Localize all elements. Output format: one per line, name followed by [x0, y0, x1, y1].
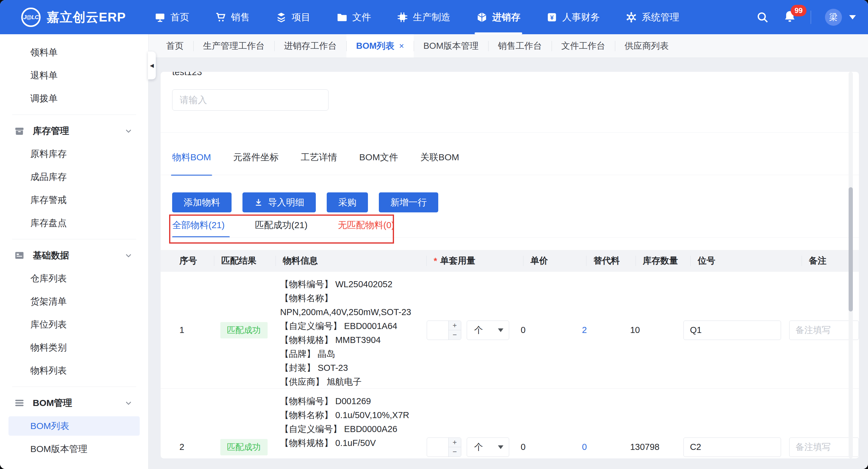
list-bars-icon: [14, 398, 25, 408]
sidebar-group-label: 基础数据: [33, 249, 69, 262]
sidebar-item-material-return[interactable]: 退料单: [0, 64, 148, 87]
import-detail-button[interactable]: 导入明细: [243, 192, 316, 212]
tab-material-bom-active[interactable]: 物料BOM: [172, 151, 211, 176]
nav-item-files[interactable]: 文件: [336, 0, 371, 34]
substitute-count-link[interactable]: 2: [582, 325, 587, 335]
top-nav: J@LC 嘉立创云ERP 首页 销售 项目 文件 生产制造: [0, 0, 868, 34]
user-menu[interactable]: 梁: [825, 9, 856, 26]
cell-seq: 1: [172, 325, 213, 335]
detail-tabs: 物料BOM 元器件坐标 工艺详情 BOM文件 关联BOM: [172, 151, 459, 176]
stepper-decrease-button[interactable]: −: [448, 447, 461, 457]
info-line: NPN,200mA,40V,250mW,SOT-23: [280, 305, 411, 319]
sidebar-group-base-data[interactable]: 基础数据: [0, 244, 148, 267]
stepper-decrease-button[interactable]: −: [448, 330, 461, 340]
table-header: 序号 匹配结果 物料信息 *单套用量 单价 替代料 库存数量 位号 备注: [161, 250, 859, 272]
sidebar-item-bom-version[interactable]: BOM版本管理: [0, 437, 148, 461]
cell-remark: [784, 437, 859, 457]
cell-match: 匹配成功: [213, 439, 273, 456]
filter-matched[interactable]: 匹配成功(21): [255, 219, 307, 231]
nav-item-hr-finance[interactable]: ¥ 人事财务: [547, 0, 600, 34]
info-line: 【物料编号】 WL250402052: [280, 277, 411, 291]
chevron-down-icon: [498, 445, 503, 449]
sidebar: 领料单 退料单 调拨单 库存管理 原料库存 成品库存 库存警戒 库存盘点 基础数…: [0, 34, 149, 469]
sidebar-item-inventory-alert[interactable]: 库存警戒: [0, 188, 148, 212]
sidebar-item-raw-inventory[interactable]: 原料库存: [0, 143, 148, 165]
page-tab-supplier-list[interactable]: 供应商列表: [615, 34, 678, 58]
nav-item-projects[interactable]: 项目: [276, 0, 310, 34]
stepper-increase-button[interactable]: +: [448, 438, 461, 447]
designator-input[interactable]: [683, 437, 781, 457]
sidebar-item-stocktaking[interactable]: 库存盘点: [0, 212, 148, 234]
stepper-value[interactable]: [427, 438, 448, 457]
sidebar-group-inventory[interactable]: 库存管理: [0, 119, 148, 143]
filter-all-materials-active[interactable]: 全部物料(21): [172, 219, 224, 231]
nav-item-system[interactable]: 系统管理: [626, 0, 679, 34]
sidebar-item-bom-list-active[interactable]: BOM列表: [0, 414, 148, 437]
nav-item-inventory-active[interactable]: 进销存: [476, 0, 520, 34]
sidebar-item-material-requisition[interactable]: 领料单: [0, 41, 148, 64]
brand-logo[interactable]: J@LC 嘉立创云ERP: [21, 7, 126, 27]
vertical-scrollbar-thumb[interactable]: [848, 187, 853, 311]
stepper-increase-button[interactable]: +: [448, 321, 461, 331]
folder-icon: [336, 12, 347, 23]
tab-component-coordinates[interactable]: 元器件坐标: [233, 151, 279, 176]
cell-qty-per-set: + − 个: [420, 437, 514, 457]
quantity-stepper[interactable]: + −: [427, 320, 461, 340]
sidebar-item-material-category[interactable]: 物料类别: [0, 336, 148, 359]
text-input[interactable]: [172, 89, 329, 111]
table-row: 1 匹配成功 【物料编号】 WL250402052 【物料名称】 NPN,200…: [161, 272, 859, 389]
purchase-button[interactable]: 采购: [327, 192, 368, 212]
info-line: 【物料名称】: [280, 291, 411, 305]
sidebar-item-warehouse-list[interactable]: 仓库列表: [0, 267, 148, 290]
layers-icon: [276, 12, 287, 23]
bom-material-table: 序号 匹配结果 物料信息 *单套用量 单价 替代料 库存数量 位号 备注 1 匹…: [161, 250, 859, 459]
sidebar-item-finished-inventory[interactable]: 成品库存: [0, 165, 148, 188]
status-badge: 匹配成功: [220, 439, 268, 456]
nav-item-manufacturing[interactable]: 生产制造: [397, 0, 451, 34]
id-card-icon: [14, 250, 25, 261]
page-tab-files-workbench[interactable]: 文件工作台: [552, 34, 615, 58]
chevron-down-icon: [125, 127, 132, 135]
tab-process-detail[interactable]: 工艺详情: [301, 151, 337, 176]
page-tab-bom-version[interactable]: BOM版本管理: [414, 34, 488, 58]
quantity-stepper[interactable]: + −: [427, 437, 461, 457]
close-icon[interactable]: ×: [399, 42, 404, 50]
stepper-value[interactable]: [427, 321, 448, 340]
search-icon[interactable]: [756, 11, 769, 24]
avatar: 梁: [825, 9, 842, 26]
page-tab-production-workbench[interactable]: 生产管理工作台: [193, 34, 274, 58]
page-tab-sales-workbench[interactable]: 销售工作台: [488, 34, 552, 58]
yen-badge-icon: ¥: [547, 12, 557, 23]
nav-item-label: 文件: [352, 11, 371, 24]
vertical-scrollbar-track[interactable]: [848, 72, 853, 459]
page-tab-home[interactable]: 首页: [156, 34, 193, 58]
page-tab-inventory-workbench[interactable]: 进销存工作台: [274, 34, 346, 58]
substitute-count-link[interactable]: 0: [582, 442, 587, 452]
page-tab-bom-list-active[interactable]: BOM列表 ×: [346, 34, 414, 58]
sidebar-item-transfer-order[interactable]: 调拨单: [0, 87, 148, 110]
sidebar-item-material-list[interactable]: 物料列表: [0, 359, 148, 382]
nav-item-label: 销售: [231, 11, 250, 24]
filter-unmatched[interactable]: 无匹配物料(0): [338, 219, 395, 231]
info-line: 【自定义编号】 EBD0000A26: [280, 422, 409, 436]
nav-item-sales[interactable]: 销售: [215, 0, 250, 34]
designator-input[interactable]: [683, 320, 781, 340]
nav-item-home[interactable]: 首页: [155, 0, 189, 34]
notifications-button[interactable]: 99: [783, 10, 797, 25]
nav-item-label: 人事财务: [562, 11, 600, 24]
cell-seq: 2: [172, 442, 213, 452]
unit-select[interactable]: 个: [467, 437, 509, 457]
cell-qty-per-set: + − 个: [420, 320, 514, 340]
nav-menu: 首页 销售 项目 文件 生产制造 进销存 ¥: [155, 0, 679, 34]
unit-select[interactable]: 个: [467, 320, 509, 340]
tab-related-bom[interactable]: 关联BOM: [421, 151, 459, 176]
sidebar-collapse-button[interactable]: ◀: [148, 52, 156, 80]
sidebar-item-location-list[interactable]: 库位列表: [0, 313, 148, 336]
new-row-button[interactable]: 新增一行: [379, 192, 438, 212]
sidebar-item-shelf-list[interactable]: 货架清单: [0, 290, 148, 313]
tab-bom-files[interactable]: BOM文件: [359, 151, 398, 176]
sidebar-group-bom[interactable]: BOM管理: [0, 392, 148, 414]
filters-divider: [172, 237, 859, 238]
add-material-button[interactable]: 添加物料: [172, 192, 231, 212]
cube-icon: [476, 12, 487, 23]
